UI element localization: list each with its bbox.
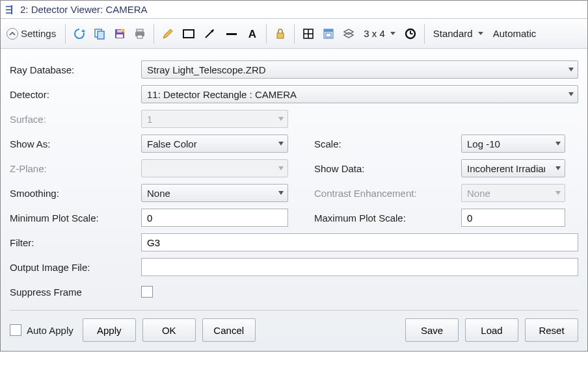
- output-file-input[interactable]: [141, 258, 578, 276]
- line-weight-button[interactable]: [222, 24, 241, 44]
- apply-button[interactable]: Apply: [83, 318, 136, 342]
- toolbar-separator: [266, 24, 267, 44]
- load-button[interactable]: Load: [465, 318, 518, 342]
- standard-dropdown[interactable]: Standard: [429, 28, 487, 39]
- auto-apply-group: Auto Apply: [10, 324, 74, 336]
- max-plot-input[interactable]: [461, 209, 565, 227]
- min-plot-label: Minimum Plot Scale:: [10, 212, 135, 224]
- automatic-dropdown[interactable]: Automatic: [489, 28, 541, 39]
- svg-text:A: A: [248, 28, 256, 40]
- svg-marker-27: [344, 32, 353, 38]
- auto-apply-label: Auto Apply: [27, 325, 74, 336]
- app-window: 2: Detector Viewer: CAMERA Settings: [0, 0, 588, 352]
- ray-database-label: Ray Database:: [10, 64, 135, 75]
- app-icon: [5, 4, 16, 16]
- smoothing-select[interactable]: None: [141, 184, 288, 202]
- z-plane-select: [141, 159, 288, 177]
- footer: Auto Apply Apply OK Cancel Save Load Res…: [10, 317, 578, 342]
- svg-rect-12: [137, 35, 142, 38]
- save-settings-button[interactable]: Save: [405, 318, 459, 342]
- window-icon: [322, 27, 335, 40]
- surface-select: 1: [141, 110, 288, 128]
- print-button[interactable]: [131, 24, 149, 44]
- save-button[interactable]: [111, 24, 129, 44]
- show-data-select[interactable]: Incoherent Irradian: [461, 159, 565, 177]
- max-plot-label: Maximum Plot Scale:: [314, 212, 455, 224]
- svg-rect-10: [137, 29, 143, 32]
- svg-rect-8: [117, 30, 122, 32]
- toolbar-separator: [424, 24, 425, 44]
- detector-select[interactable]: 11: Detector Rectangle : CAMERA: [141, 85, 578, 103]
- suppress-frame-label: Suppress Frame: [10, 287, 135, 298]
- pencil-icon: [161, 27, 174, 40]
- arrow-icon: [203, 27, 217, 40]
- line-icon: [224, 27, 239, 40]
- chevron-down-icon: [278, 191, 284, 195]
- cancel-button[interactable]: Cancel: [202, 318, 256, 342]
- toolbar-separator: [65, 24, 66, 44]
- svg-marker-4: [81, 29, 85, 32]
- rectangle-icon: [181, 27, 196, 40]
- chevron-down-icon: [278, 166, 284, 170]
- chevron-down-icon: [278, 117, 284, 121]
- pencil-button[interactable]: [159, 24, 177, 44]
- contrast-label: Contrast Enhancement:: [314, 188, 455, 199]
- svg-rect-17: [226, 33, 237, 35]
- detector-label: Detector:: [10, 89, 135, 100]
- show-data-label: Show Data:: [314, 163, 455, 174]
- auto-apply-checkbox[interactable]: [10, 324, 21, 336]
- layout-icon: [302, 27, 315, 40]
- ok-button[interactable]: OK: [142, 318, 196, 342]
- printer-icon: [133, 27, 146, 40]
- z-plane-label: Z-Plane:: [10, 163, 135, 174]
- divider: [10, 310, 578, 311]
- window-layout-button[interactable]: [319, 24, 338, 44]
- grid-size-dropdown[interactable]: 3 x 4: [360, 28, 399, 39]
- chevron-down-icon: [278, 142, 284, 146]
- layers-button[interactable]: [340, 24, 358, 44]
- settings-label: Settings: [21, 28, 56, 39]
- filter-label: Filter:: [10, 237, 135, 248]
- min-plot-input[interactable]: [141, 209, 288, 227]
- chevron-up-icon: [7, 28, 18, 40]
- floppy-icon: [113, 27, 126, 40]
- rectangle-button[interactable]: [179, 24, 198, 44]
- lock-button[interactable]: [271, 24, 289, 44]
- refresh-icon: [73, 27, 86, 40]
- layers-icon: [342, 27, 355, 40]
- chevron-down-icon: [555, 142, 561, 146]
- scale-label: Scale:: [314, 138, 455, 149]
- lock-icon: [274, 27, 287, 40]
- suppress-frame-checkbox[interactable]: [141, 286, 153, 298]
- chevron-down-icon: [555, 191, 561, 195]
- clock-button[interactable]: [401, 24, 420, 44]
- ray-database-select[interactable]: Stray Light_Telescope.ZRD: [141, 60, 578, 79]
- arrow-button[interactable]: [200, 24, 220, 44]
- settings-panel: Ray Database: Stray Light_Telescope.ZRD …: [1, 49, 587, 351]
- smoothing-label: Smoothing:: [10, 188, 135, 199]
- surface-label: Surface:: [10, 114, 135, 125]
- output-file-label: Output Image File:: [10, 262, 135, 273]
- chevron-down-icon: [568, 68, 574, 71]
- chevron-down-icon: [555, 166, 561, 170]
- window-title: 2: Detector Viewer: CAMERA: [20, 4, 148, 15]
- refresh-button[interactable]: [70, 24, 88, 44]
- svg-marker-13: [163, 29, 172, 38]
- filter-input[interactable]: [141, 233, 578, 251]
- layout-button[interactable]: [299, 24, 317, 44]
- toolbar-separator: [294, 24, 295, 44]
- svg-rect-14: [183, 30, 194, 38]
- settings-button[interactable]: Settings: [5, 24, 60, 44]
- show-as-select[interactable]: False Color: [141, 134, 288, 153]
- scale-select[interactable]: Log -10: [461, 134, 565, 153]
- copy-button[interactable]: [90, 24, 109, 44]
- svg-rect-24: [324, 29, 333, 32]
- svg-rect-6: [98, 31, 104, 39]
- svg-rect-9: [116, 34, 123, 38]
- text-button[interactable]: A: [243, 24, 261, 44]
- show-as-label: Show As:: [10, 138, 135, 149]
- reset-button[interactable]: Reset: [525, 318, 578, 342]
- text-a-icon: A: [246, 27, 259, 40]
- toolbar: Settings: [1, 19, 587, 49]
- contrast-select: None: [461, 184, 565, 202]
